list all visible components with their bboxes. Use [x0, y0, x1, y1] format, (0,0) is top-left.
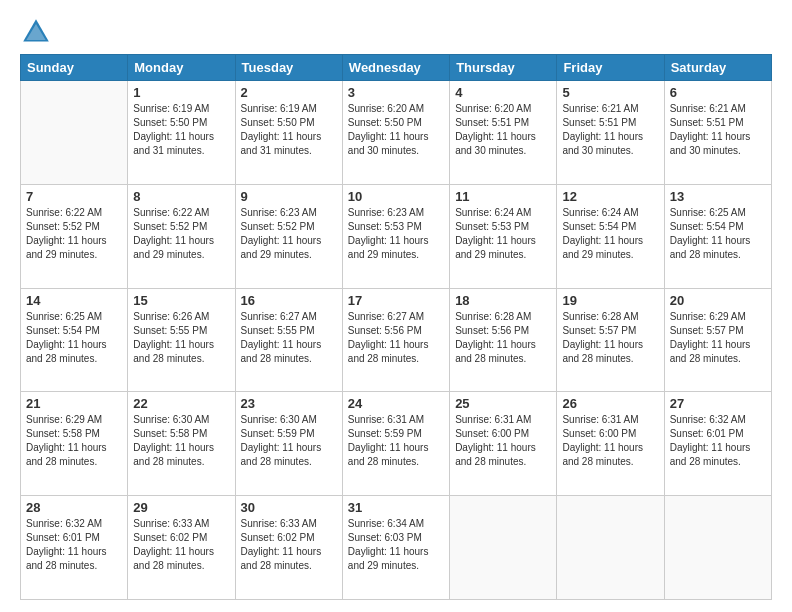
day-number: 11: [455, 189, 551, 204]
day-info: Sunrise: 6:24 AM Sunset: 5:53 PM Dayligh…: [455, 206, 551, 262]
day-info: Sunrise: 6:21 AM Sunset: 5:51 PM Dayligh…: [670, 102, 766, 158]
day-info: Sunrise: 6:34 AM Sunset: 6:03 PM Dayligh…: [348, 517, 444, 573]
day-number: 18: [455, 293, 551, 308]
day-number: 27: [670, 396, 766, 411]
day-number: 7: [26, 189, 122, 204]
calendar-cell: 1Sunrise: 6:19 AM Sunset: 5:50 PM Daylig…: [128, 81, 235, 185]
calendar-cell: [450, 496, 557, 600]
day-info: Sunrise: 6:31 AM Sunset: 6:00 PM Dayligh…: [562, 413, 658, 469]
day-number: 3: [348, 85, 444, 100]
day-number: 9: [241, 189, 337, 204]
calendar-cell: 31Sunrise: 6:34 AM Sunset: 6:03 PM Dayli…: [342, 496, 449, 600]
page: SundayMondayTuesdayWednesdayThursdayFrid…: [0, 0, 792, 612]
calendar-week-row: 21Sunrise: 6:29 AM Sunset: 5:58 PM Dayli…: [21, 392, 772, 496]
calendar-cell: [664, 496, 771, 600]
calendar-cell: 14Sunrise: 6:25 AM Sunset: 5:54 PM Dayli…: [21, 288, 128, 392]
day-info: Sunrise: 6:22 AM Sunset: 5:52 PM Dayligh…: [26, 206, 122, 262]
day-info: Sunrise: 6:33 AM Sunset: 6:02 PM Dayligh…: [241, 517, 337, 573]
day-number: 16: [241, 293, 337, 308]
calendar-cell: 4Sunrise: 6:20 AM Sunset: 5:51 PM Daylig…: [450, 81, 557, 185]
day-info: Sunrise: 6:24 AM Sunset: 5:54 PM Dayligh…: [562, 206, 658, 262]
day-info: Sunrise: 6:28 AM Sunset: 5:57 PM Dayligh…: [562, 310, 658, 366]
day-number: 4: [455, 85, 551, 100]
calendar-cell: 28Sunrise: 6:32 AM Sunset: 6:01 PM Dayli…: [21, 496, 128, 600]
calendar-cell: 19Sunrise: 6:28 AM Sunset: 5:57 PM Dayli…: [557, 288, 664, 392]
calendar-cell: 2Sunrise: 6:19 AM Sunset: 5:50 PM Daylig…: [235, 81, 342, 185]
calendar-cell: 10Sunrise: 6:23 AM Sunset: 5:53 PM Dayli…: [342, 184, 449, 288]
calendar-cell: 18Sunrise: 6:28 AM Sunset: 5:56 PM Dayli…: [450, 288, 557, 392]
calendar-cell: [557, 496, 664, 600]
day-number: 26: [562, 396, 658, 411]
calendar-cell: 25Sunrise: 6:31 AM Sunset: 6:00 PM Dayli…: [450, 392, 557, 496]
day-number: 19: [562, 293, 658, 308]
logo: [20, 16, 56, 48]
day-number: 5: [562, 85, 658, 100]
day-number: 23: [241, 396, 337, 411]
day-number: 20: [670, 293, 766, 308]
day-info: Sunrise: 6:28 AM Sunset: 5:56 PM Dayligh…: [455, 310, 551, 366]
calendar-header-row: SundayMondayTuesdayWednesdayThursdayFrid…: [21, 55, 772, 81]
day-number: 6: [670, 85, 766, 100]
day-number: 2: [241, 85, 337, 100]
day-info: Sunrise: 6:29 AM Sunset: 5:58 PM Dayligh…: [26, 413, 122, 469]
day-info: Sunrise: 6:31 AM Sunset: 5:59 PM Dayligh…: [348, 413, 444, 469]
calendar-week-row: 14Sunrise: 6:25 AM Sunset: 5:54 PM Dayli…: [21, 288, 772, 392]
day-number: 29: [133, 500, 229, 515]
calendar-cell: 11Sunrise: 6:24 AM Sunset: 5:53 PM Dayli…: [450, 184, 557, 288]
calendar-cell: 24Sunrise: 6:31 AM Sunset: 5:59 PM Dayli…: [342, 392, 449, 496]
day-info: Sunrise: 6:29 AM Sunset: 5:57 PM Dayligh…: [670, 310, 766, 366]
calendar-cell: 9Sunrise: 6:23 AM Sunset: 5:52 PM Daylig…: [235, 184, 342, 288]
calendar-cell: 7Sunrise: 6:22 AM Sunset: 5:52 PM Daylig…: [21, 184, 128, 288]
day-info: Sunrise: 6:26 AM Sunset: 5:55 PM Dayligh…: [133, 310, 229, 366]
calendar-cell: 17Sunrise: 6:27 AM Sunset: 5:56 PM Dayli…: [342, 288, 449, 392]
day-info: Sunrise: 6:20 AM Sunset: 5:51 PM Dayligh…: [455, 102, 551, 158]
calendar-cell: 13Sunrise: 6:25 AM Sunset: 5:54 PM Dayli…: [664, 184, 771, 288]
day-info: Sunrise: 6:19 AM Sunset: 5:50 PM Dayligh…: [133, 102, 229, 158]
day-info: Sunrise: 6:32 AM Sunset: 6:01 PM Dayligh…: [670, 413, 766, 469]
day-info: Sunrise: 6:23 AM Sunset: 5:52 PM Dayligh…: [241, 206, 337, 262]
day-info: Sunrise: 6:32 AM Sunset: 6:01 PM Dayligh…: [26, 517, 122, 573]
day-info: Sunrise: 6:30 AM Sunset: 5:58 PM Dayligh…: [133, 413, 229, 469]
calendar-cell: [21, 81, 128, 185]
day-number: 8: [133, 189, 229, 204]
day-info: Sunrise: 6:27 AM Sunset: 5:56 PM Dayligh…: [348, 310, 444, 366]
calendar-cell: 22Sunrise: 6:30 AM Sunset: 5:58 PM Dayli…: [128, 392, 235, 496]
calendar-cell: 3Sunrise: 6:20 AM Sunset: 5:50 PM Daylig…: [342, 81, 449, 185]
day-info: Sunrise: 6:25 AM Sunset: 5:54 PM Dayligh…: [670, 206, 766, 262]
calendar-cell: 12Sunrise: 6:24 AM Sunset: 5:54 PM Dayli…: [557, 184, 664, 288]
calendar-cell: 8Sunrise: 6:22 AM Sunset: 5:52 PM Daylig…: [128, 184, 235, 288]
day-number: 15: [133, 293, 229, 308]
day-info: Sunrise: 6:22 AM Sunset: 5:52 PM Dayligh…: [133, 206, 229, 262]
calendar-cell: 23Sunrise: 6:30 AM Sunset: 5:59 PM Dayli…: [235, 392, 342, 496]
calendar-cell: 30Sunrise: 6:33 AM Sunset: 6:02 PM Dayli…: [235, 496, 342, 600]
day-number: 31: [348, 500, 444, 515]
day-info: Sunrise: 6:21 AM Sunset: 5:51 PM Dayligh…: [562, 102, 658, 158]
day-number: 1: [133, 85, 229, 100]
day-info: Sunrise: 6:30 AM Sunset: 5:59 PM Dayligh…: [241, 413, 337, 469]
calendar-day-header: Saturday: [664, 55, 771, 81]
calendar-cell: 16Sunrise: 6:27 AM Sunset: 5:55 PM Dayli…: [235, 288, 342, 392]
calendar-cell: 27Sunrise: 6:32 AM Sunset: 6:01 PM Dayli…: [664, 392, 771, 496]
day-info: Sunrise: 6:31 AM Sunset: 6:00 PM Dayligh…: [455, 413, 551, 469]
calendar-day-header: Tuesday: [235, 55, 342, 81]
calendar-day-header: Wednesday: [342, 55, 449, 81]
day-info: Sunrise: 6:33 AM Sunset: 6:02 PM Dayligh…: [133, 517, 229, 573]
day-info: Sunrise: 6:25 AM Sunset: 5:54 PM Dayligh…: [26, 310, 122, 366]
calendar-cell: 6Sunrise: 6:21 AM Sunset: 5:51 PM Daylig…: [664, 81, 771, 185]
calendar-week-row: 1Sunrise: 6:19 AM Sunset: 5:50 PM Daylig…: [21, 81, 772, 185]
day-number: 24: [348, 396, 444, 411]
calendar-cell: 21Sunrise: 6:29 AM Sunset: 5:58 PM Dayli…: [21, 392, 128, 496]
day-number: 28: [26, 500, 122, 515]
day-info: Sunrise: 6:19 AM Sunset: 5:50 PM Dayligh…: [241, 102, 337, 158]
calendar-cell: 29Sunrise: 6:33 AM Sunset: 6:02 PM Dayli…: [128, 496, 235, 600]
calendar-cell: 26Sunrise: 6:31 AM Sunset: 6:00 PM Dayli…: [557, 392, 664, 496]
logo-icon: [20, 16, 52, 48]
header: [20, 16, 772, 48]
day-number: 13: [670, 189, 766, 204]
calendar-cell: 5Sunrise: 6:21 AM Sunset: 5:51 PM Daylig…: [557, 81, 664, 185]
calendar-day-header: Monday: [128, 55, 235, 81]
day-info: Sunrise: 6:20 AM Sunset: 5:50 PM Dayligh…: [348, 102, 444, 158]
calendar-week-row: 7Sunrise: 6:22 AM Sunset: 5:52 PM Daylig…: [21, 184, 772, 288]
day-number: 22: [133, 396, 229, 411]
day-info: Sunrise: 6:23 AM Sunset: 5:53 PM Dayligh…: [348, 206, 444, 262]
